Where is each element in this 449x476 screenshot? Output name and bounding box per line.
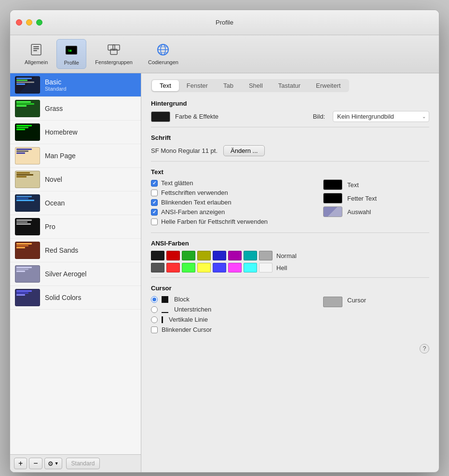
farbe-effekte-label[interactable]: Farbe & Effekte [175, 113, 218, 120]
change-font-button[interactable]: Ändern ... [223, 145, 265, 156]
ansi-h4[interactable] [213, 263, 226, 272]
profile-list: Basic Standard Grass [10, 73, 141, 454]
profile-item-novel[interactable]: Novel [10, 168, 141, 191]
gear-menu-button[interactable]: ⚙ ▼ [44, 458, 62, 469]
profile-icon: $■ [64, 42, 79, 58]
toolbar-item-fenstergruppen[interactable]: Fenstergruppen [88, 39, 139, 69]
cursor-block-radio[interactable] [151, 296, 158, 303]
tab-erweitert[interactable]: Erweitert [308, 80, 348, 91]
profile-thumb-solidcolors [15, 289, 40, 306]
profile-thumb-homebrew [15, 123, 40, 141]
ansi-h2[interactable] [182, 263, 195, 272]
tab-shell[interactable]: Shell [241, 80, 271, 91]
cursor-title: Cursor [151, 285, 429, 292]
hintergrund-color-box[interactable] [151, 111, 170, 122]
ansi-n2[interactable] [182, 251, 195, 260]
sidebar-bottom-toolbar: + − ⚙ ▼ Standard [10, 454, 141, 472]
profile-item-basic[interactable]: Basic Standard [10, 73, 141, 97]
ansi-n7[interactable] [259, 251, 272, 260]
checkbox-blinkend[interactable] [151, 199, 158, 206]
ansi-n6[interactable] [244, 251, 257, 260]
checkbox-ansi-label: ANSI-Farben anzeigen [161, 208, 225, 216]
titlebar: Profile [10, 10, 439, 35]
cursor-unterstrichen-row: Unterstrichen [151, 306, 309, 313]
bild-dropdown[interactable]: Kein Hintergrundbild ⌄ [333, 111, 429, 122]
ansi-h6[interactable] [244, 263, 257, 272]
checkbox-fettschriften-row: Fettschriften verwenden [151, 189, 309, 196]
profile-item-homebrew[interactable]: Homebrew [10, 121, 141, 144]
toolbar-item-profile[interactable]: $■ Profile [56, 39, 86, 69]
checkbox-blinkend-row: Blinkenden Text erlauben [151, 199, 309, 206]
profile-label: Profile [64, 60, 79, 66]
profile-item-silveraerogel[interactable]: Silver Aerogel [10, 262, 141, 286]
checkbox-glaetten-row: Text glätten [151, 179, 309, 187]
checkbox-blinkend-label: Blinkenden Text erlauben [161, 199, 231, 206]
ansi-h5[interactable] [228, 263, 242, 272]
selection-color-box[interactable] [323, 206, 342, 217]
ansi-normal-row: Normal [151, 251, 429, 260]
default-button[interactable]: Standard [66, 458, 100, 469]
ansi-n0[interactable] [151, 251, 164, 260]
profile-item-pro[interactable]: Pro [10, 215, 141, 239]
toolbar: Allgemein $■ Profile Fenstergruppen [10, 35, 439, 73]
checkbox-hellefett[interactable] [151, 218, 158, 225]
profile-name-manpage: Man Page [45, 152, 76, 160]
ansi-h3[interactable] [197, 263, 211, 272]
profile-thumb-basic [15, 76, 40, 94]
ansi-n3[interactable] [197, 251, 211, 260]
cursor-vertikale-label: Vertikale Linie [169, 316, 208, 323]
tab-text[interactable]: Text [152, 80, 179, 91]
help-button[interactable]: ? [420, 344, 429, 354]
help-row: ? [151, 344, 429, 354]
tab-fenster[interactable]: Fenster [179, 80, 216, 91]
svg-rect-3 [33, 50, 37, 51]
profile-name-pro: Pro [45, 223, 55, 231]
profile-item-redsands[interactable]: Red Sands [10, 239, 141, 262]
divider-3 [151, 232, 429, 233]
toolbar-item-codierungen[interactable]: Codierungen [141, 39, 185, 69]
ansi-h0[interactable] [151, 263, 164, 272]
profile-item-solidcolors[interactable]: Solid Colors [10, 286, 141, 310]
text-color-box[interactable] [323, 179, 342, 190]
checkbox-glaetten-label: Text glätten [161, 179, 193, 187]
gear-icon: ⚙ [48, 460, 54, 467]
ansi-n5[interactable] [228, 251, 242, 260]
ansi-h7[interactable] [259, 263, 272, 272]
tab-tastatur[interactable]: Tastatur [271, 80, 308, 91]
text-colors: Text Fetter Text Auswahl [323, 179, 429, 228]
ansi-grid: Normal Hell [151, 251, 429, 272]
ansi-hell-row: Hell [151, 263, 429, 272]
profile-name-basic: Basic [45, 78, 67, 86]
minimize-button[interactable] [26, 19, 32, 26]
bold-text-color-box[interactable] [323, 193, 342, 204]
cursor-blink-checkbox[interactable] [151, 326, 158, 333]
cursor-vertikale-radio[interactable] [151, 316, 158, 323]
cursor-options: Block Unterstrichen Vertikale Linie [151, 296, 309, 336]
profile-item-grass[interactable]: Grass [10, 97, 141, 121]
checkbox-fettschriften[interactable] [151, 190, 158, 196]
fenstergruppen-icon [106, 42, 122, 57]
svg-text:$■: $■ [68, 49, 72, 53]
checkbox-hellefett-label: Helle Farben für Fettschrift verwenden [161, 218, 268, 225]
text-color-label: Text [347, 181, 359, 189]
cursor-unterstrichen-radio[interactable] [151, 306, 158, 313]
cursor-preview-box [323, 297, 342, 307]
selection-color-row: Auswahl [323, 206, 429, 217]
profile-item-manpage[interactable]: Man Page [10, 144, 141, 168]
ansi-h1[interactable] [166, 263, 180, 272]
toolbar-item-allgemein[interactable]: Allgemein [18, 39, 54, 69]
ansi-n4[interactable] [213, 251, 226, 260]
close-button[interactable] [16, 19, 22, 26]
profile-item-ocean[interactable]: Ocean [10, 191, 141, 215]
profile-thumb-manpage [15, 147, 40, 164]
add-profile-button[interactable]: + [14, 458, 27, 469]
fenstergruppen-label: Fenstergruppen [95, 59, 133, 65]
maximize-button[interactable] [36, 19, 42, 26]
schrift-row: SF Mono Regular 11 pt. Ändern ... [151, 145, 429, 156]
ansi-n1[interactable] [166, 251, 180, 260]
remove-profile-button[interactable]: − [29, 458, 42, 469]
checkbox-ansi[interactable] [151, 209, 158, 216]
tab-tab[interactable]: Tab [216, 80, 241, 91]
checkbox-glaetten[interactable] [151, 180, 158, 187]
cursor-section: Block Unterstrichen Vertikale Linie [151, 296, 429, 336]
